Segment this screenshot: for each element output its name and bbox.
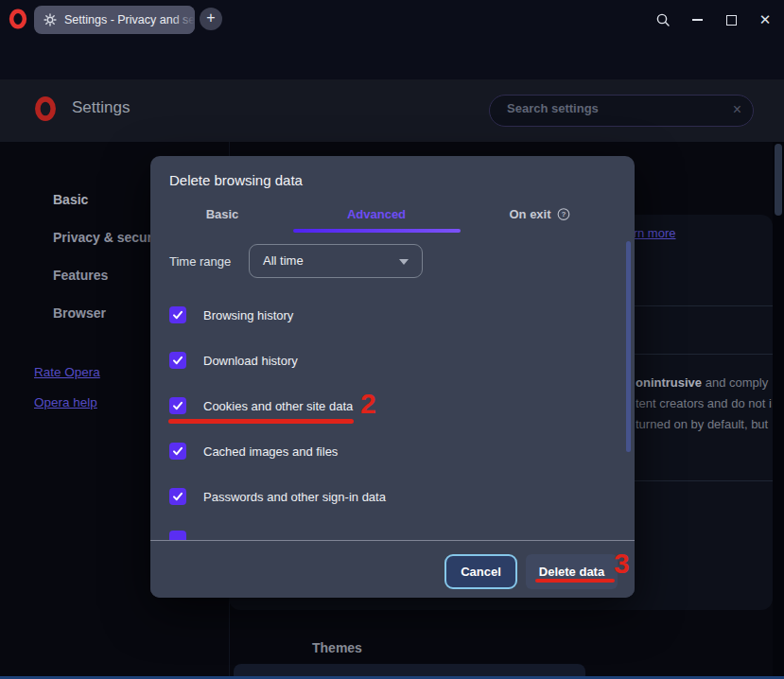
sidebar-item-features[interactable]: Features: [53, 268, 108, 283]
checkbox-label: Cookies and other site data: [203, 399, 353, 413]
clear-search-icon[interactable]: ×: [733, 101, 741, 118]
delete-browsing-data-dialog: Delete browsing data Basic Advanced On e…: [150, 156, 635, 598]
dialog-footer: Cancel Delete data 3: [150, 540, 635, 598]
address-bar-row: VPN settings/clearBrowserData 1: [0, 38, 784, 79]
time-range-dropdown[interactable]: All time: [249, 244, 423, 278]
checkbox-checked[interactable]: [169, 443, 186, 460]
active-tab-underline: [293, 229, 461, 233]
search-tabs-icon[interactable]: [655, 12, 671, 27]
checkbox-label: Browsing history: [203, 308, 293, 322]
opera-logo-icon[interactable]: [8, 9, 28, 29]
tab-title: Settings - Privacy and secu: [64, 13, 195, 26]
minimize-button[interactable]: [687, 9, 707, 30]
dialog-tab-on-exit[interactable]: On exit ?: [509, 207, 570, 221]
annotation-underline-delete: [535, 579, 615, 583]
time-range-value: All time: [263, 253, 304, 268]
themes-heading: Themes: [312, 640, 362, 655]
maximize-button[interactable]: [721, 9, 741, 30]
settings-search-input[interactable]: [507, 101, 715, 115]
checkbox-label: Download history: [203, 354, 298, 368]
checkbox-label: Cached images and files: [203, 444, 338, 459]
settings-header: Settings ×: [0, 79, 784, 142]
opera-help-link[interactable]: Opera help: [34, 395, 97, 409]
chevron-down-icon: [399, 259, 409, 265]
time-range-label: Time range: [169, 254, 231, 269]
rate-opera-link[interactable]: Rate Opera: [34, 365, 100, 379]
dialog-title: Delete browsing data: [169, 172, 303, 188]
gear-icon: [44, 13, 57, 26]
opera-settings-logo-icon: [32, 96, 59, 122]
checkbox-checked[interactable]: [169, 306, 186, 323]
annotation-step-3: 3: [614, 550, 630, 577]
dialog-tab-advanced[interactable]: Advanced: [347, 207, 406, 221]
delete-data-button[interactable]: Delete data: [526, 554, 618, 589]
dialog-tab-basic[interactable]: Basic: [206, 207, 239, 221]
svg-text:?: ?: [562, 210, 566, 218]
cancel-button[interactable]: Cancel: [444, 554, 517, 589]
page-title: Settings: [72, 98, 130, 117]
setting-description-text: onintrusive and comply tent creators and…: [636, 373, 774, 435]
checkbox-checked[interactable]: [169, 352, 186, 369]
browser-window: Settings - Privacy and secu + ✕ VPN sett…: [0, 0, 784, 679]
scrollbar-track: [773, 142, 784, 676]
tab-bar: Settings - Privacy and secu + ✕: [0, 0, 784, 38]
tab-on-exit-label: On exit: [509, 207, 550, 221]
checkbox-checked[interactable]: [169, 397, 186, 414]
annotation-step-2: 2: [360, 391, 376, 417]
browser-tab-settings[interactable]: Settings - Privacy and secu: [34, 6, 195, 34]
maximize-icon: [726, 15, 737, 26]
dialog-scrollbar-thumb[interactable]: [626, 241, 631, 452]
sidebar-item-browser[interactable]: Browser: [53, 305, 106, 321]
page-scrollbar-thumb[interactable]: [775, 144, 782, 216]
settings-search-box[interactable]: ×: [489, 95, 754, 127]
close-button[interactable]: ✕: [755, 9, 775, 30]
checkbox-checked[interactable]: [169, 488, 186, 505]
annotation-underline-cookies: [168, 419, 354, 424]
new-tab-button[interactable]: +: [200, 8, 222, 30]
checkbox-label: Passwords and other sign-in data: [203, 490, 386, 504]
sidebar-item-basic[interactable]: Basic: [53, 192, 88, 207]
minimize-icon: [692, 19, 703, 21]
help-question-icon: ?: [557, 207, 571, 221]
